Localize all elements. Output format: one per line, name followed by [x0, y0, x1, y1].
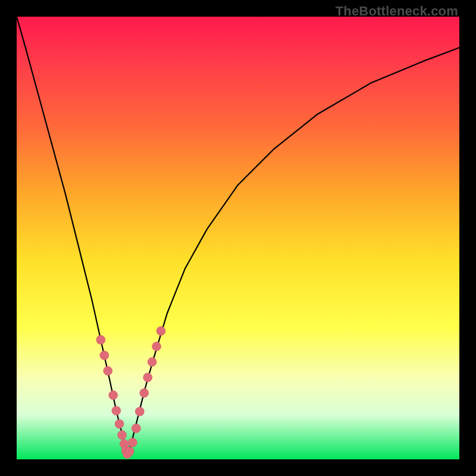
marker-dot: [112, 406, 121, 415]
marker-dot: [135, 407, 144, 416]
marker-dot: [100, 351, 109, 360]
marker-dot: [125, 447, 134, 456]
bottleneck-curve: [17, 17, 459, 455]
chart-svg: [17, 17, 459, 459]
marker-dot: [109, 391, 118, 400]
marker-dot: [128, 438, 137, 447]
marker-dot: [115, 419, 124, 428]
chart-frame: TheBottleneck.com: [0, 0, 476, 476]
marker-dot: [140, 389, 149, 397]
marker-dot: [131, 424, 140, 433]
marker-cluster: [96, 327, 165, 459]
marker-dot: [156, 327, 165, 336]
marker-dot: [143, 373, 152, 382]
marker-dot: [152, 342, 161, 351]
plot-area: [17, 17, 459, 459]
marker-dot: [104, 367, 112, 375]
marker-dot: [148, 358, 156, 367]
marker-dot: [96, 336, 105, 345]
marker-dot: [118, 431, 127, 440]
watermark-text: TheBottleneck.com: [336, 4, 458, 19]
